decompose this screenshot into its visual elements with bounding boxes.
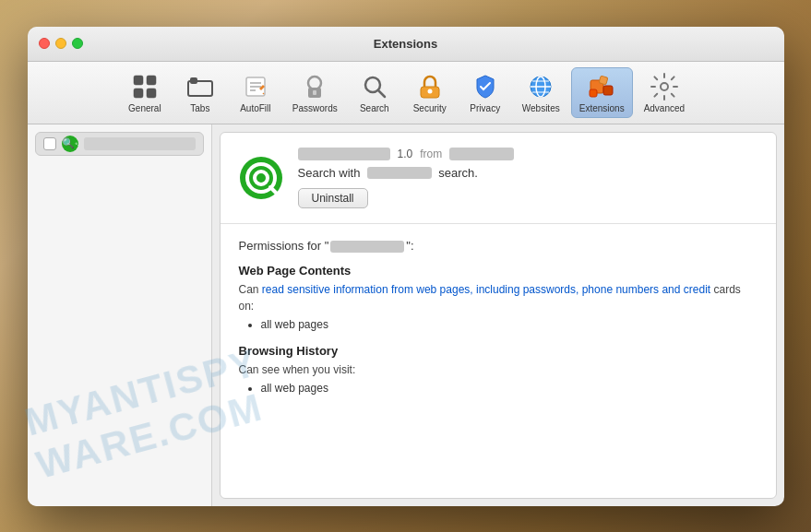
svg-rect-3 — [147, 89, 156, 98]
sidebar-extension-icon — [62, 136, 78, 152]
svg-point-11 — [308, 77, 321, 89]
extension-version: 1.0 — [398, 148, 413, 160]
traffic-lights — [39, 38, 83, 49]
toolbar-item-privacy[interactable]: Privacy — [459, 68, 511, 117]
sidebar-search-bar — [35, 132, 204, 156]
toolbar-item-security[interactable]: Security — [404, 68, 456, 117]
main-window: Extensions General Tab — [28, 27, 784, 506]
svg-rect-5 — [190, 77, 197, 84]
extension-source-blur — [449, 148, 514, 160]
extension-from-label: from — [420, 148, 442, 160]
perm-browsing-title: Browsing History — [239, 344, 757, 358]
perm-browsing-desc: Can see when you visit: — [239, 361, 757, 378]
search-with-suffix: search. — [438, 166, 478, 180]
svg-rect-0 — [134, 76, 143, 85]
permissions-suffix: ": — [406, 239, 413, 253]
perm-web-page-list: all web pages — [261, 318, 757, 331]
permissions-prefix: Permissions for " — [239, 239, 329, 253]
close-button[interactable] — [39, 38, 50, 49]
perm-browsing-item-1: all web pages — [261, 382, 757, 395]
perm-web-page-item-1: all web pages — [261, 318, 757, 331]
svg-point-30 — [76, 143, 77, 144]
extension-name-blur — [298, 148, 390, 160]
websites-label: Websites — [522, 103, 560, 113]
toolbar-item-websites[interactable]: Websites — [515, 68, 567, 117]
svg-rect-2 — [134, 89, 143, 98]
sidebar — [28, 124, 212, 506]
perm-web-page-desc: Can read sensitive information from web … — [239, 281, 757, 314]
search-label: Search — [360, 103, 389, 113]
toolbar-item-passwords[interactable]: Passwords — [285, 68, 345, 117]
search-icon — [360, 72, 389, 101]
main-panel: 1.0 from Search with search. Uninstall P… — [220, 132, 777, 499]
minimize-button[interactable] — [55, 38, 66, 49]
passwords-label: Passwords — [292, 103, 338, 113]
general-label: General — [128, 103, 161, 113]
svg-rect-13 — [313, 90, 316, 95]
extension-info: 1.0 from Search with search. Uninstall — [298, 148, 757, 208]
extension-description: Search with search. — [298, 164, 757, 181]
privacy-icon — [471, 72, 500, 101]
svg-rect-26 — [590, 89, 597, 97]
svg-point-27 — [661, 83, 668, 90]
permissions-name-blur — [330, 241, 404, 253]
perm-browsing-list: all web pages — [261, 382, 757, 395]
svg-rect-25 — [603, 86, 613, 95]
general-icon — [130, 72, 160, 101]
svg-point-17 — [427, 89, 432, 93]
maximize-button[interactable] — [72, 38, 83, 49]
search-with-prefix: Search with — [298, 166, 361, 180]
security-label: Security — [413, 103, 447, 113]
toolbar-item-autofill[interactable]: AutoFill — [230, 68, 281, 117]
perm-section-browsing-history: Browsing History Can see when you visit:… — [239, 344, 757, 395]
advanced-icon — [650, 72, 679, 101]
autofill-icon — [241, 72, 270, 101]
websites-icon — [526, 72, 555, 101]
perm-web-page-link2: credit — [684, 283, 710, 296]
sidebar-checkbox[interactable] — [43, 137, 56, 150]
privacy-label: Privacy — [470, 103, 500, 113]
permissions-title: Permissions for "": — [239, 239, 757, 253]
perm-web-page-link1: read sensitive information from web page… — [262, 283, 684, 296]
permissions-area: Permissions for "": Web Page Contents Ca… — [221, 224, 776, 498]
extension-logo — [239, 156, 283, 200]
toolbar-item-general[interactable]: General — [119, 68, 171, 117]
toolbar-item-advanced[interactable]: Advanced — [637, 68, 692, 117]
content-area: 1.0 from Search with search. Uninstall P… — [28, 124, 784, 506]
svg-line-15 — [378, 90, 385, 97]
extension-title-row: 1.0 from — [298, 148, 757, 160]
extension-header: 1.0 from Search with search. Uninstall — [221, 133, 776, 224]
perm-web-page-title: Web Page Contents — [239, 264, 757, 278]
autofill-label: AutoFill — [240, 103, 270, 113]
extension-desc-name-blur — [367, 167, 432, 179]
svg-line-31 — [77, 144, 78, 145]
passwords-icon — [300, 72, 329, 101]
svg-rect-1 — [147, 76, 156, 85]
uninstall-button[interactable]: Uninstall — [298, 188, 368, 208]
perm-section-web-page-contents: Web Page Contents Can read sensitive inf… — [239, 264, 757, 331]
svg-line-10 — [263, 93, 264, 94]
toolbar-item-search[interactable]: Search — [349, 68, 400, 117]
security-icon — [415, 72, 445, 101]
tabs-label: Tabs — [190, 103, 209, 113]
tabs-icon — [185, 72, 215, 101]
advanced-label: Advanced — [644, 103, 685, 113]
sidebar-extension-name-blur — [84, 137, 196, 150]
toolbar-item-extensions[interactable]: Extensions — [571, 67, 633, 118]
window-title: Extensions — [374, 37, 437, 51]
extensions-icon — [587, 72, 616, 101]
extensions-label: Extensions — [579, 103, 625, 113]
svg-rect-24 — [599, 76, 608, 85]
toolbar-item-tabs[interactable]: Tabs — [174, 68, 226, 117]
titlebar: Extensions — [28, 27, 784, 62]
toolbar: General Tabs — [28, 62, 784, 124]
